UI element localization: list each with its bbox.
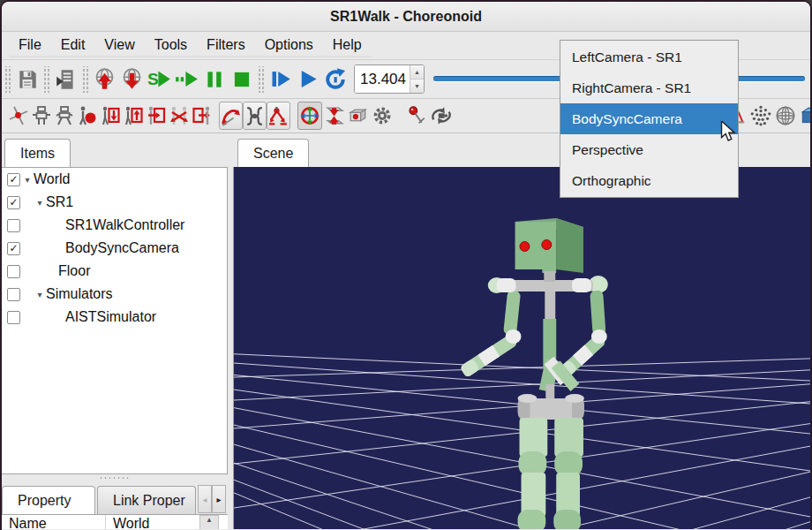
- property-scrollbar[interactable]: ▲: [199, 515, 219, 529]
- tree-row-floor[interactable]: ✓ ▾ Floor: [2, 260, 227, 283]
- zmp-target-button[interactable]: [297, 102, 322, 130]
- robot-initial-pose-button[interactable]: [53, 103, 76, 128]
- globe-upload-button[interactable]: [91, 65, 118, 94]
- center-of-mass-button[interactable]: [76, 103, 99, 128]
- menu-filters[interactable]: Filters: [197, 34, 255, 57]
- menu-help[interactable]: Help: [323, 34, 372, 57]
- pause-simulation-icon: [203, 68, 226, 91]
- toolbar-grip[interactable]: [257, 66, 265, 93]
- body-swap-button[interactable]: [168, 103, 191, 128]
- menu-file[interactable]: File: [9, 34, 51, 57]
- joint-path-button[interactable]: [267, 102, 290, 130]
- expander-icon[interactable]: ▾: [21, 175, 34, 185]
- splitter-grip[interactable]: [99, 476, 131, 480]
- expander-icon[interactable]: ▾: [34, 198, 46, 208]
- checkbox[interactable]: ✓: [7, 173, 20, 186]
- toolbar-grip[interactable]: [42, 66, 50, 93]
- menu-item-perspective[interactable]: Perspective: [560, 134, 738, 165]
- property-value-cell[interactable]: World: [106, 515, 157, 529]
- blue-cube-icon: [799, 104, 812, 127]
- joint-braces-button[interactable]: [243, 102, 267, 130]
- joint-braces-icon: [244, 105, 266, 127]
- scene-3d-view[interactable]: [234, 167, 810, 529]
- horizontal-splitter[interactable]: [2, 474, 228, 481]
- open-document-icon: [55, 68, 78, 91]
- scroll-up-icon[interactable]: ▲: [206, 516, 213, 524]
- inverse-kinematics-button[interactable]: [219, 102, 243, 130]
- tab-link-property[interactable]: Link Proper: [97, 486, 196, 514]
- tree-item-label: AISTSimulator: [65, 309, 156, 325]
- playback-start-button[interactable]: [267, 65, 294, 94]
- expander-icon[interactable]: ▾: [34, 290, 46, 299]
- title-bar[interactable]: SR1Walk - Choreonoid: [2, 2, 810, 32]
- checkbox[interactable]: ✓: [7, 196, 20, 209]
- time-spinbox[interactable]: ▲ ▼: [354, 64, 425, 94]
- body-door-in-button[interactable]: [145, 103, 168, 128]
- scene-viewport[interactable]: [233, 167, 810, 529]
- play-button[interactable]: [294, 65, 321, 94]
- tree-row-world[interactable]: ✓ ▾ World: [2, 168, 227, 191]
- robot-pose-button[interactable]: [30, 103, 53, 128]
- body-store-button[interactable]: [99, 103, 122, 128]
- menu-options[interactable]: Options: [255, 34, 323, 57]
- spin-down-icon[interactable]: ▼: [410, 80, 424, 93]
- toolbar-grip[interactable]: [402, 102, 403, 129]
- toolbar-grip[interactable]: [4, 66, 11, 93]
- stop-simulation-button[interactable]: [228, 65, 255, 94]
- open-document-button[interactable]: [52, 65, 79, 94]
- toolbar-grip[interactable]: [215, 102, 217, 129]
- robot-model[interactable]: [460, 218, 608, 529]
- menu-edit[interactable]: Edit: [51, 34, 95, 57]
- blue-cube-button[interactable]: [798, 103, 812, 128]
- checkbox[interactable]: ✓: [7, 311, 20, 324]
- time-refresh-button[interactable]: [321, 65, 349, 94]
- cursor-arrow-icon: [719, 121, 739, 142]
- settings-gear-button[interactable]: [370, 103, 395, 128]
- body-door-out-icon: [192, 105, 213, 126]
- camera-rotate-button[interactable]: [429, 103, 454, 128]
- pause-simulation-button[interactable]: [200, 65, 228, 94]
- checkbox[interactable]: ✓: [7, 219, 20, 232]
- menu-view[interactable]: View: [94, 34, 144, 57]
- time-spin-steps[interactable]: ▲ ▼: [410, 65, 424, 93]
- tree-row-bodysynccamera[interactable]: ✓ ▾ BodySyncCamera: [2, 237, 227, 260]
- property-name-cell[interactable]: Name: [2, 515, 106, 529]
- menu-item-orthographic[interactable]: Orthographic: [560, 165, 738, 196]
- tree-row-aistsimulator[interactable]: ✓ ▾ AISTSimulator: [2, 306, 227, 329]
- point-cloud-button[interactable]: [748, 103, 773, 128]
- collision-detection-icon: [323, 105, 345, 127]
- camera-dropdown-menu: LeftCamera - SR1 RightCamera - SR1 BodyS…: [560, 40, 739, 198]
- tab-items[interactable]: Items: [4, 139, 71, 167]
- menu-item-rightcamera[interactable]: RightCamera - SR1: [560, 72, 738, 103]
- save-icon: [16, 68, 39, 91]
- wireframe-sphere-button[interactable]: [773, 103, 798, 128]
- tree-row-simulators[interactable]: ✓ ▾ Simulators: [2, 283, 227, 306]
- toolbar-grip[interactable]: [4, 102, 5, 129]
- collision-detection-button[interactable]: [322, 103, 346, 128]
- pin-marker-button[interactable]: [405, 103, 429, 128]
- tab-scroll-left-icon[interactable]: ◂: [198, 485, 212, 513]
- save-button[interactable]: [13, 65, 41, 94]
- globe-download-button[interactable]: [118, 65, 146, 94]
- tab-property[interactable]: Property: [2, 486, 95, 514]
- tree-row-sr1walkcontroller[interactable]: ✓ ▾ SR1WalkController: [2, 214, 227, 237]
- body-restore-icon: [123, 105, 144, 126]
- spin-up-icon[interactable]: ▲: [410, 65, 424, 80]
- checkbox[interactable]: ✓: [7, 265, 20, 278]
- resume-simulation-button[interactable]: [173, 65, 200, 94]
- time-input[interactable]: [355, 65, 410, 93]
- collision-box-button[interactable]: [346, 103, 370, 128]
- start-simulation-button[interactable]: S: [146, 65, 173, 94]
- menu-item-bodysynccamera[interactable]: BodySyncCamera: [560, 103, 738, 134]
- checkbox[interactable]: ✓: [7, 288, 20, 301]
- origin-axis-button[interactable]: [7, 103, 30, 128]
- toolbar-grip[interactable]: [81, 66, 89, 93]
- tab-scroll-right-icon[interactable]: ▸: [212, 485, 226, 513]
- checkbox[interactable]: ✓: [7, 242, 20, 255]
- tab-scene[interactable]: Scene: [237, 139, 309, 167]
- body-door-out-button[interactable]: [191, 103, 214, 128]
- body-restore-button[interactable]: [122, 103, 145, 128]
- menu-item-leftcamera[interactable]: LeftCamera - SR1: [560, 42, 738, 72]
- menu-tools[interactable]: Tools: [145, 34, 197, 57]
- tree-row-sr1[interactable]: ✓ ▾ SR1: [2, 191, 227, 214]
